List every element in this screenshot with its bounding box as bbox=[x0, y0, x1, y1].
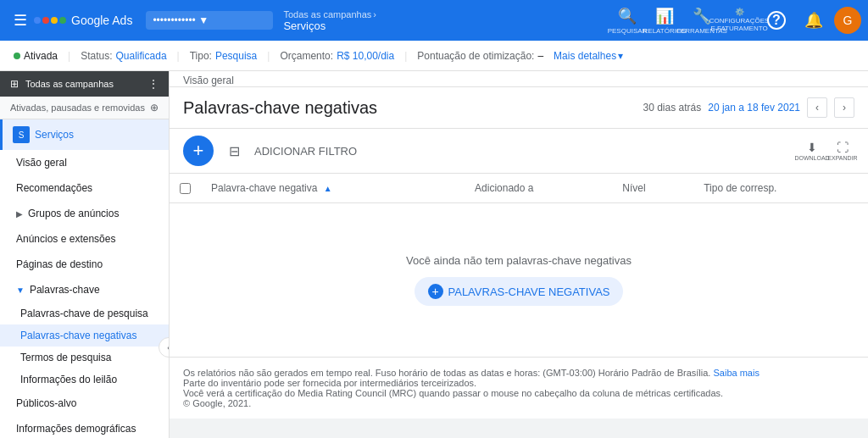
termos-de-pesquisa-label: Termos de pesquisa bbox=[20, 352, 111, 363]
sort-icon: ▲ bbox=[324, 184, 332, 193]
main-layout: ⊞ Todas as campanhas ⋮ Ativadas, pausada… bbox=[0, 71, 868, 438]
toolbar-right: ⬇ DOWNLOAD ⛶ EXPANDIR bbox=[800, 139, 854, 163]
paginas-de-destino-label: Páginas de destino bbox=[16, 258, 103, 270]
th-level[interactable]: Nível bbox=[612, 174, 693, 203]
top-navigation: ☰ Google Ads •••••••••••• ▼ Todas as cam… bbox=[0, 0, 868, 41]
expand-button[interactable]: ⛶ EXPANDIR bbox=[831, 139, 854, 163]
campaign-optimization: Pontuação de otimização: – bbox=[417, 50, 543, 62]
logo-area: Google Ads bbox=[34, 14, 132, 27]
sidebar-item-publicos-alvo[interactable]: Públicos-alvo bbox=[0, 391, 169, 416]
sidebar-item-informacoes-do-leilao[interactable]: Informações do leilão bbox=[0, 369, 169, 391]
tab-visao-geral[interactable]: Visão geral bbox=[183, 71, 234, 90]
filter-icon-button[interactable]: ⊟ bbox=[220, 137, 248, 164]
grupos-de-anuncios-label: Grupos de anúncios bbox=[28, 208, 119, 219]
sidebar-item-palavras-chave-negativas[interactable]: Palavras-chave negativas bbox=[0, 324, 169, 347]
th-keyword-label: Palavra-chave negativa bbox=[211, 182, 317, 194]
nav-icons: 🔍 PESQUISAR 📊 RELATÓRIOS 🔧 FERRAMENTAS ⚙… bbox=[610, 3, 861, 37]
chevron-down-icon: ▾ bbox=[618, 50, 623, 62]
funnel-icon: ⊟ bbox=[229, 143, 240, 159]
footer-line1: Os relatórios não são gerados em tempo r… bbox=[183, 368, 854, 378]
type-value: Pesquisa bbox=[215, 50, 257, 62]
sidebar-item-services[interactable]: S Serviços bbox=[0, 119, 169, 150]
download-button[interactable]: ⬇ DOWNLOAD bbox=[800, 139, 824, 163]
page-header-right: 30 dias atrás 20 jan a 18 fev 2021 ‹ › bbox=[643, 97, 854, 118]
qualification-value: Qualificada bbox=[116, 50, 167, 62]
expand-icon: ▶ bbox=[16, 209, 23, 219]
campaign-type: Tipo: Pesquisa bbox=[190, 50, 258, 62]
sidebar-add-icon[interactable]: ⊕ bbox=[150, 102, 159, 114]
content-tabs: Visão geral bbox=[170, 71, 868, 87]
campaign-budget: Orçamento: R$ 10,00/dia bbox=[280, 50, 394, 62]
sidebar-settings-icon[interactable]: ⋮ bbox=[148, 78, 159, 90]
sidebar-filter-row: Ativadas, pausadas e removidas ⊕ bbox=[0, 97, 169, 119]
th-checkbox bbox=[170, 174, 201, 203]
add-negative-keyword-label: PALAVRAS-CHAVE NEGATIVAS bbox=[448, 286, 610, 298]
sidebar-item-informacoes-demograficas[interactable]: Informações demográficas bbox=[0, 416, 169, 438]
search-nav-button[interactable]: 🔍 PESQUISAR bbox=[610, 3, 644, 37]
palavras-chave-pesquisa-label: Palavras-chave de pesquisa bbox=[20, 308, 148, 319]
sidebar-item-visao-geral[interactable]: Visão geral bbox=[0, 150, 169, 175]
footer-line2: Parte do inventário pode ser fornecida p… bbox=[183, 378, 854, 388]
select-all-checkbox[interactable] bbox=[180, 183, 191, 194]
keywords-table: Palavra-chave negativa ▲ Adicionado a Ní… bbox=[170, 174, 868, 357]
breadcrumb-current: Serviços bbox=[283, 19, 376, 32]
informacoes-do-leilao-label: Informações do leilão bbox=[20, 374, 117, 385]
sidebar-item-anuncios-extensoes[interactable]: Anúncios e extensões bbox=[0, 226, 169, 252]
budget-value: R$ 10,00/dia bbox=[337, 50, 394, 62]
footer: Os relatórios não são gerados em tempo r… bbox=[170, 357, 868, 419]
empty-state-message: Você ainda não tem palavras-chave negati… bbox=[183, 254, 854, 267]
toolbar: + ⊟ ADICIONAR FILTRO ⬇ DOWNLOAD ⛶ EXPAND… bbox=[170, 129, 868, 174]
footer-copyright: © Google, 2021. bbox=[183, 398, 854, 408]
breadcrumb-parent[interactable]: Todas as campanhas › bbox=[283, 9, 376, 19]
footer-line3: Você verá a certificação do Media Rating… bbox=[183, 388, 854, 398]
anuncios-extensoes-label: Anúncios e extensões bbox=[16, 233, 115, 245]
publicos-alvo-label: Públicos-alvo bbox=[16, 397, 76, 409]
sidebar-header-left: ⊞ Todas as campanhas bbox=[10, 78, 114, 90]
app-title: Google Ads bbox=[71, 14, 132, 27]
th-match-type-label: Tipo de corresp. bbox=[704, 182, 776, 194]
page-title: Palavras-chave negativas bbox=[183, 98, 377, 118]
notifications-nav-button[interactable]: 🔔 bbox=[797, 3, 831, 37]
campaign-qualification: Status: Qualificada bbox=[81, 50, 166, 62]
sidebar-all-campaigns-label: Todas as campanhas bbox=[25, 79, 114, 89]
th-match-type[interactable]: Tipo de corresp. bbox=[693, 174, 868, 203]
page-header: Palavras-chave negativas 30 dias atrás 2… bbox=[170, 87, 868, 129]
th-level-label: Nível bbox=[622, 182, 645, 194]
th-keyword[interactable]: Palavra-chave negativa ▲ bbox=[201, 174, 465, 203]
date-next-button[interactable]: › bbox=[834, 97, 854, 118]
date-range[interactable]: 20 jan a 18 fev 2021 bbox=[708, 102, 800, 114]
sidebar-item-palavras-chave[interactable]: ▼ Palavras-chave bbox=[0, 277, 169, 302]
campaign-status: Ativada bbox=[14, 50, 58, 62]
footer-timezone-text: Fuso horário de todas as datas e horas: … bbox=[376, 368, 711, 378]
footer-learn-more-link[interactable]: Saiba mais bbox=[714, 368, 760, 378]
sidebar-item-palavras-chave-pesquisa[interactable]: Palavras-chave de pesquisa bbox=[0, 302, 169, 324]
campaign-status-bar: Ativada | Status: Qualificada | Tipo: Pe… bbox=[0, 41, 868, 71]
date-prev-button[interactable]: ‹ bbox=[807, 97, 827, 118]
status-activated-label: Ativada bbox=[24, 50, 58, 62]
th-added-to-label: Adicionado a bbox=[475, 182, 533, 194]
bell-icon: 🔔 bbox=[804, 11, 823, 30]
expand-icon: ⛶ bbox=[837, 141, 849, 154]
date-range-prefix: 30 dias atrás bbox=[643, 102, 702, 114]
main-content: Visão geral Palavras-chave negativas 30 … bbox=[170, 71, 868, 438]
more-details-button[interactable]: Mais detalhes ▾ bbox=[554, 50, 623, 62]
add-negative-keyword-button[interactable]: + PALAVRAS-CHAVE NEGATIVAS bbox=[415, 277, 624, 306]
th-added-to[interactable]: Adicionado a bbox=[465, 174, 612, 203]
footer-realtime-text: Os relatórios não são gerados em tempo r… bbox=[183, 368, 373, 378]
add-filter-label[interactable]: ADICIONAR FILTRO bbox=[254, 145, 357, 158]
add-keyword-button[interactable]: + bbox=[183, 136, 214, 166]
google-logo bbox=[34, 17, 66, 24]
sidebar-item-paginas-de-destino[interactable]: Páginas de destino bbox=[0, 252, 169, 277]
chevron-left-icon: ‹ bbox=[167, 343, 170, 352]
help-nav-button[interactable]: ? bbox=[760, 3, 793, 37]
informacoes-demograficas-label: Informações demográficas bbox=[16, 423, 136, 435]
services-label: Serviços bbox=[35, 129, 74, 141]
settings-billing-nav-button[interactable]: ⚙️ CONFIGURAÇÕESE FATURAMENTO bbox=[722, 3, 756, 37]
download-icon: ⬇ bbox=[807, 141, 817, 154]
avatar[interactable]: G bbox=[834, 7, 861, 34]
account-selector[interactable]: •••••••••••• ▼ bbox=[146, 11, 273, 30]
sidebar-item-recomendacoes[interactable]: Recomendações bbox=[0, 175, 169, 201]
hamburger-menu-icon[interactable]: ☰ bbox=[7, 7, 34, 34]
sidebar-item-grupos-de-anuncios[interactable]: ▶ Grupos de anúncios bbox=[0, 201, 169, 226]
sidebar-item-termos-de-pesquisa[interactable]: Termos de pesquisa bbox=[0, 347, 169, 369]
